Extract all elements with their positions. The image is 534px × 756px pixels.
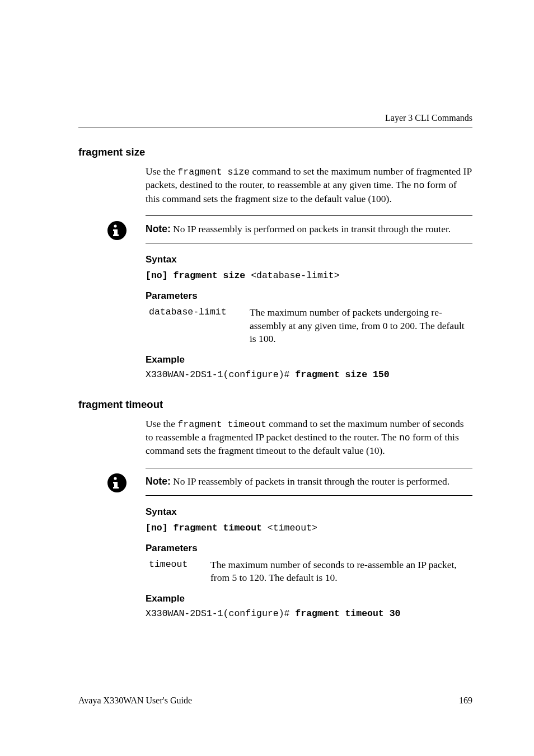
note-text: No IP reassembly of packets in transit t…: [171, 476, 449, 487]
note-label: Note:: [146, 476, 171, 487]
svg-point-1: [114, 477, 116, 480]
syntax-line: [no] fragment size <database-limit>: [146, 269, 472, 282]
example-pre: X330WAN-2DS1-1(configure)#: [146, 608, 295, 619]
example-pre: X330WAN-2DS1-1(configure)#: [146, 369, 295, 380]
note-label: Note:: [146, 223, 171, 234]
section-heading-fragment-size: fragment size: [78, 145, 472, 159]
param-row: timeout The maximum number of seconds to…: [149, 558, 472, 585]
note-box: Note: No IP reassembly is performed on p…: [146, 215, 472, 243]
intro-no: no: [414, 180, 425, 191]
intro-text: Use the: [146, 166, 177, 177]
example-line: X330WAN-2DS1-1(configure)# fragment time…: [146, 608, 472, 620]
intro-text: Use the: [146, 418, 177, 429]
parameters-heading: Parameters: [146, 542, 472, 555]
param-name: timeout: [149, 558, 199, 571]
info-icon: [107, 473, 127, 492]
page-number: 169: [459, 694, 472, 707]
syntax-arg: <database-limit>: [251, 270, 339, 281]
param-row: database-limit The maximum number of pac…: [149, 306, 472, 346]
param-desc: The maximum number of seconds to re-asse…: [210, 558, 472, 585]
param-name: database-limit: [149, 306, 238, 318]
example-bold: fragment size 150: [295, 369, 389, 380]
syntax-heading: Syntax: [146, 253, 472, 266]
example-bold: fragment timeout 30: [295, 608, 400, 619]
example-line: X330WAN-2DS1-1(configure)# fragment size…: [146, 369, 472, 381]
intro-no: no: [399, 433, 410, 443]
syntax-bold: [no] fragment size: [146, 270, 251, 281]
intro-command: fragment size: [177, 167, 250, 177]
param-desc: The maximum number of packets undergoing…: [250, 306, 472, 346]
syntax-arg: <timeout>: [268, 523, 317, 533]
footer-left: Avaya X330WAN User's Guide: [78, 694, 192, 707]
example-heading: Example: [146, 354, 472, 367]
note-text: No IP reassembly is performed on packets…: [171, 223, 451, 234]
example-heading: Example: [146, 593, 472, 605]
header-rule: [78, 128, 472, 128]
syntax-bold: [no] fragment timeout: [146, 523, 268, 533]
note-box: Note: No IP reassembly of packets in tra…: [146, 468, 472, 496]
section-heading-fragment-timeout: fragment timeout: [78, 398, 472, 412]
info-icon: [107, 221, 127, 240]
intro-paragraph: Use the fragment size command to set the…: [146, 165, 472, 205]
parameters-heading: Parameters: [146, 290, 472, 303]
running-header: Layer 3 CLI Commands: [385, 112, 472, 124]
intro-command: fragment timeout: [177, 419, 266, 430]
syntax-line: [no] fragment timeout <timeout>: [146, 521, 472, 534]
intro-paragraph: Use the fragment timeout command to set …: [146, 417, 472, 458]
svg-point-0: [114, 225, 116, 228]
syntax-heading: Syntax: [146, 506, 472, 519]
